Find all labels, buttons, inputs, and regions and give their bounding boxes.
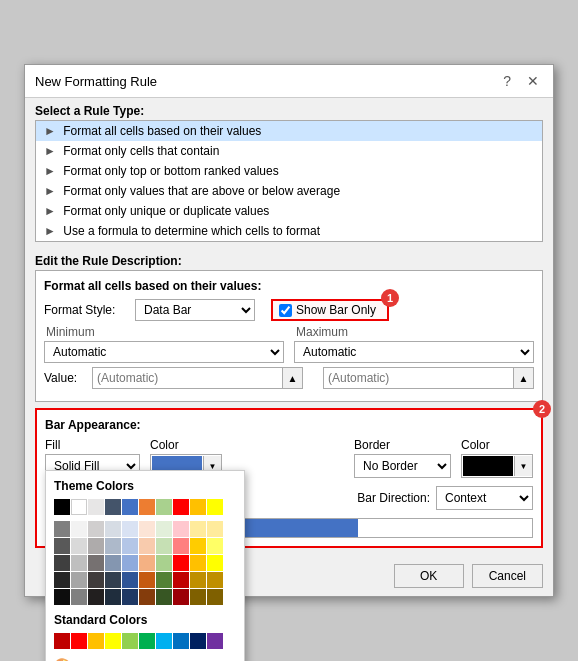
shade-2-3[interactable] bbox=[105, 555, 121, 571]
std-color-4[interactable] bbox=[122, 633, 138, 649]
value-maximum-collapse-btn[interactable]: ▲ bbox=[513, 368, 533, 388]
shade-0-3[interactable] bbox=[105, 521, 121, 537]
shade-2-7[interactable] bbox=[173, 555, 189, 571]
shade-1-1[interactable] bbox=[71, 538, 87, 554]
std-color-1[interactable] bbox=[71, 633, 87, 649]
shade-0-2[interactable] bbox=[88, 521, 104, 537]
title-bar: New Formatting Rule ? ✕ bbox=[25, 65, 553, 98]
shade-4-8[interactable] bbox=[190, 589, 206, 605]
shade-1-2[interactable] bbox=[88, 538, 104, 554]
more-colors-row[interactable]: 🎨 More Colors... bbox=[54, 657, 236, 661]
border-color-swatch-wrap[interactable]: ▼ bbox=[461, 454, 533, 478]
theme-color-9[interactable] bbox=[207, 499, 223, 515]
shade-3-4[interactable] bbox=[122, 572, 138, 588]
shade-2-9[interactable] bbox=[207, 555, 223, 571]
theme-color-5[interactable] bbox=[139, 499, 155, 515]
shade-0-5[interactable] bbox=[139, 521, 155, 537]
shade-1-9[interactable] bbox=[207, 538, 223, 554]
rule-type-label-1: Format only cells that contain bbox=[63, 144, 219, 158]
shade-2-4[interactable] bbox=[122, 555, 138, 571]
shade-4-4[interactable] bbox=[122, 589, 138, 605]
shade-4-6[interactable] bbox=[156, 589, 172, 605]
shade-0-4[interactable] bbox=[122, 521, 138, 537]
shade-1-3[interactable] bbox=[105, 538, 121, 554]
shade-2-1[interactable] bbox=[71, 555, 87, 571]
theme-color-0[interactable] bbox=[54, 499, 70, 515]
rule-type-item-1[interactable]: ► Format only cells that contain bbox=[36, 141, 542, 161]
value-minimum-input[interactable] bbox=[93, 368, 282, 388]
border-color-swatch bbox=[463, 456, 513, 476]
shade-3-9[interactable] bbox=[207, 572, 223, 588]
shade-4-0[interactable] bbox=[54, 589, 70, 605]
theme-color-6[interactable] bbox=[156, 499, 172, 515]
fill-label: Fill bbox=[45, 438, 140, 452]
new-formatting-rule-dialog: New Formatting Rule ? ✕ Select a Rule Ty… bbox=[24, 64, 554, 597]
shade-2-2[interactable] bbox=[88, 555, 104, 571]
shade-1-4[interactable] bbox=[122, 538, 138, 554]
shade-3-1[interactable] bbox=[71, 572, 87, 588]
shade-3-8[interactable] bbox=[190, 572, 206, 588]
value-minimum-collapse-btn[interactable]: ▲ bbox=[282, 368, 302, 388]
shade-1-6[interactable] bbox=[156, 538, 172, 554]
close-button[interactable]: ✕ bbox=[523, 73, 543, 89]
shade-1-8[interactable] bbox=[190, 538, 206, 554]
std-color-5[interactable] bbox=[139, 633, 155, 649]
theme-color-4[interactable] bbox=[122, 499, 138, 515]
bar-direction-select[interactable]: Context Left-to-Right Right-to-Left bbox=[437, 487, 532, 509]
theme-color-2[interactable] bbox=[88, 499, 104, 515]
shade-2-5[interactable] bbox=[139, 555, 155, 571]
rule-type-item-2[interactable]: ► Format only top or bottom ranked value… bbox=[36, 161, 542, 181]
rule-type-item-0[interactable]: ► Format all cells based on their values bbox=[36, 121, 542, 141]
shade-1-7[interactable] bbox=[173, 538, 189, 554]
shade-3-5[interactable] bbox=[139, 572, 155, 588]
shade-3-6[interactable] bbox=[156, 572, 172, 588]
shade-1-5[interactable] bbox=[139, 538, 155, 554]
ok-button[interactable]: OK bbox=[394, 564, 464, 588]
std-color-8[interactable] bbox=[190, 633, 206, 649]
shade-0-7[interactable] bbox=[173, 521, 189, 537]
color-picker-popup: Theme Colors bbox=[45, 470, 245, 661]
shade-4-1[interactable] bbox=[71, 589, 87, 605]
value-maximum-input[interactable] bbox=[324, 368, 513, 388]
cancel-button[interactable]: Cancel bbox=[472, 564, 543, 588]
shade-3-3[interactable] bbox=[105, 572, 121, 588]
shade-0-0[interactable] bbox=[54, 521, 70, 537]
std-color-9[interactable] bbox=[207, 633, 223, 649]
shade-0-9[interactable] bbox=[207, 521, 223, 537]
shade-4-7[interactable] bbox=[173, 589, 189, 605]
fill-color-label: Color bbox=[150, 438, 222, 452]
minimum-type-select[interactable]: Automatic Number Percent bbox=[44, 341, 284, 363]
shade-4-5[interactable] bbox=[139, 589, 155, 605]
help-button[interactable]: ? bbox=[499, 73, 515, 89]
std-color-3[interactable] bbox=[105, 633, 121, 649]
theme-color-8[interactable] bbox=[190, 499, 206, 515]
shade-0-6[interactable] bbox=[156, 521, 172, 537]
rule-type-item-3[interactable]: ► Format only values that are above or b… bbox=[36, 181, 542, 201]
shade-1-0[interactable] bbox=[54, 538, 70, 554]
shade-4-2[interactable] bbox=[88, 589, 104, 605]
theme-color-1[interactable] bbox=[71, 499, 87, 515]
border-select[interactable]: No Border Solid Border bbox=[355, 455, 450, 477]
theme-color-3[interactable] bbox=[105, 499, 121, 515]
shade-0-8[interactable] bbox=[190, 521, 206, 537]
rule-type-item-5[interactable]: ► Use a formula to determine which cells… bbox=[36, 221, 542, 241]
shade-3-2[interactable] bbox=[88, 572, 104, 588]
shade-3-0[interactable] bbox=[54, 572, 70, 588]
show-bar-only-checkbox[interactable] bbox=[279, 304, 292, 317]
theme-color-7[interactable] bbox=[173, 499, 189, 515]
shade-2-0[interactable] bbox=[54, 555, 70, 571]
shade-2-8[interactable] bbox=[190, 555, 206, 571]
shade-2-6[interactable] bbox=[156, 555, 172, 571]
border-color-dropdown-arrow[interactable]: ▼ bbox=[514, 456, 532, 476]
std-color-7[interactable] bbox=[173, 633, 189, 649]
rule-type-item-4[interactable]: ► Format only unique or duplicate values bbox=[36, 201, 542, 221]
std-color-6[interactable] bbox=[156, 633, 172, 649]
shade-0-1[interactable] bbox=[71, 521, 87, 537]
maximum-type-select[interactable]: Automatic Number Percent bbox=[294, 341, 534, 363]
std-color-2[interactable] bbox=[88, 633, 104, 649]
format-style-select[interactable]: Data Bar 2-Color Scale 3-Color Scale Ico… bbox=[135, 299, 255, 321]
std-color-0[interactable] bbox=[54, 633, 70, 649]
shade-3-7[interactable] bbox=[173, 572, 189, 588]
shade-4-9[interactable] bbox=[207, 589, 223, 605]
shade-4-3[interactable] bbox=[105, 589, 121, 605]
